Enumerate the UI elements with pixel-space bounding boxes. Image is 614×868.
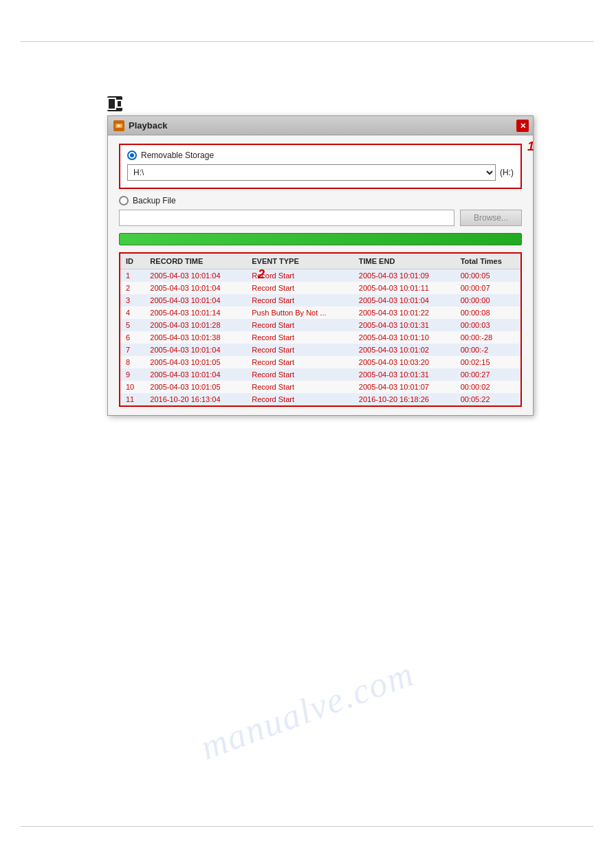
cell-total-times: 00:00:27 <box>455 368 520 381</box>
cell-event-type: Record Start <box>246 393 353 405</box>
cell-time-end: 2005-04-03 10:01:09 <box>353 269 455 282</box>
cell-id: 8 <box>120 356 144 368</box>
table-row[interactable]: 72005-04-03 10:01:04Record Start2005-04-… <box>120 344 520 356</box>
top-divider <box>21 41 593 42</box>
cell-total-times: 00:00:07 <box>455 282 520 294</box>
cell-record-time: 2005-04-03 10:01:38 <box>144 331 246 344</box>
close-button[interactable]: ✕ <box>516 120 529 132</box>
cell-event-type: Record Start <box>246 294 353 307</box>
annotation-2: 2 <box>258 267 265 282</box>
removable-storage-row[interactable]: Removable Storage <box>127 151 514 160</box>
cell-id: 5 <box>120 319 144 331</box>
cell-event-type: Record Start <box>246 331 353 344</box>
table-row[interactable]: 102005-04-03 10:01:05Record Start2005-04… <box>120 381 520 393</box>
cell-event-type: Record Start <box>246 356 353 368</box>
table-row[interactable]: 112016-10-20 16:13:04Record Start2016-10… <box>120 393 520 405</box>
cell-id: 7 <box>120 344 144 356</box>
table-row[interactable]: 62005-04-03 10:01:38Record Start2005-04-… <box>120 331 520 344</box>
table-row[interactable]: 12005-04-03 10:01:04Record Start2005-04-… <box>120 269 520 282</box>
cell-total-times: 00:00:08 <box>455 307 520 319</box>
table-header-row: ID RECORD TIME EVENT TYPE TIME END Total… <box>120 254 520 269</box>
cell-event-type: Record Start <box>246 319 353 331</box>
cell-total-times: 00:05:22 <box>455 393 520 405</box>
cell-record-time: 2005-04-03 10:01:04 <box>144 282 246 294</box>
window-content: 1 Removable Storage H:\ (H:) Backup File <box>108 135 533 415</box>
cell-event-type: Record Start <box>246 368 353 381</box>
cell-record-time: 2005-04-03 10:01:28 <box>144 319 246 331</box>
table-row[interactable]: 52005-04-03 10:01:28Record Start2005-04-… <box>120 319 520 331</box>
removable-storage-label: Removable Storage <box>141 151 214 160</box>
backup-file-radio[interactable] <box>119 196 129 205</box>
table-row[interactable]: 22005-04-03 10:01:04Record Start2005-04-… <box>120 282 520 294</box>
removable-storage-radio[interactable] <box>127 151 137 160</box>
cell-event-type: Record Start <box>246 344 353 356</box>
cell-id: 3 <box>120 294 144 307</box>
drive-select[interactable]: H:\ <box>127 164 496 181</box>
backup-path-input[interactable] <box>119 210 454 226</box>
cell-record-time: 2005-04-03 10:01:05 <box>144 356 246 368</box>
backup-input-row: Browse... <box>119 210 522 226</box>
cell-id: 11 <box>120 393 144 405</box>
cell-record-time: 2005-04-03 10:01:04 <box>144 368 246 381</box>
col-total-times: Total Times <box>455 254 520 269</box>
cell-event-type: Record Start <box>246 381 353 393</box>
cell-time-end: 2005-04-03 10:01:31 <box>353 368 455 381</box>
cell-id: 10 <box>120 381 144 393</box>
cell-total-times: 00:00:-28 <box>455 331 520 344</box>
film-icon <box>107 96 122 111</box>
cell-time-end: 2005-04-03 10:01:22 <box>353 307 455 319</box>
cell-record-time: 2005-04-03 10:01:14 <box>144 307 246 319</box>
backup-section: Backup File Browse... <box>119 196 522 226</box>
cell-record-time: 2005-04-03 10:01:04 <box>144 294 246 307</box>
progress-bar <box>119 233 522 245</box>
cell-total-times: 00:00:05 <box>455 269 520 282</box>
cell-total-times: 00:00:02 <box>455 381 520 393</box>
annotation-1: 1 <box>527 140 534 154</box>
cell-time-end: 2005-04-03 10:01:11 <box>353 282 455 294</box>
backup-file-label: Backup File <box>133 196 176 205</box>
cell-total-times: 00:00:03 <box>455 319 520 331</box>
watermark: manualve.com <box>195 653 419 768</box>
cell-record-time: 2005-04-03 10:01:04 <box>144 344 246 356</box>
cell-id: 2 <box>120 282 144 294</box>
cell-record-time: 2005-04-03 10:01:05 <box>144 381 246 393</box>
browse-button[interactable]: Browse... <box>460 210 522 226</box>
col-record-time: RECORD TIME <box>144 254 246 269</box>
playback-window: Playback ✕ 1 Removable Storage H:\ (H:) <box>107 115 534 416</box>
cell-event-type: Push Button By Not ... <box>246 307 353 319</box>
table-row[interactable]: 32005-04-03 10:01:04Record Start2005-04-… <box>120 294 520 307</box>
table-row[interactable]: 82005-04-03 10:01:05Record Start2005-04-… <box>120 356 520 368</box>
backup-file-row[interactable]: Backup File <box>119 196 522 205</box>
title-bar: Playback ✕ <box>108 116 533 135</box>
cell-time-end: 2016-10-20 16:18:26 <box>353 393 455 405</box>
cell-time-end: 2005-04-03 10:01:10 <box>353 331 455 344</box>
cell-total-times: 00:00:00 <box>455 294 520 307</box>
cell-id: 1 <box>120 269 144 282</box>
cell-id: 6 <box>120 331 144 344</box>
cell-event-type: Record Start <box>246 282 353 294</box>
cell-time-end: 2005-04-03 10:01:04 <box>353 294 455 307</box>
cell-time-end: 2005-04-03 10:01:31 <box>353 319 455 331</box>
col-time-end: TIME END <box>353 254 455 269</box>
cell-record-time: 2016-10-20 16:13:04 <box>144 393 246 405</box>
cell-record-time: 2005-04-03 10:01:04 <box>144 269 246 282</box>
bottom-divider <box>21 826 593 827</box>
cell-total-times: 00:02:15 <box>455 356 520 368</box>
table-row[interactable]: 92005-04-03 10:01:04Record Start2005-04-… <box>120 368 520 381</box>
cell-time-end: 2005-04-03 10:01:02 <box>353 344 455 356</box>
table-row[interactable]: 42005-04-03 10:01:14Push Button By Not .… <box>120 307 520 319</box>
cell-time-end: 2005-04-03 10:01:07 <box>353 381 455 393</box>
col-id: ID <box>120 254 144 269</box>
records-table-wrapper: 2 ID RECORD TIME EVENT TYPE TIME END Tot… <box>119 252 522 407</box>
cell-id: 4 <box>120 307 144 319</box>
drive-label: (H:) <box>500 168 514 177</box>
page-container: Playback ✕ 1 Removable Storage H:\ (H:) <box>0 0 614 868</box>
window-title: Playback <box>129 120 527 131</box>
records-table: ID RECORD TIME EVENT TYPE TIME END Total… <box>120 254 520 405</box>
cell-id: 9 <box>120 368 144 381</box>
storage-section: 1 Removable Storage H:\ (H:) <box>119 144 522 189</box>
drive-row: H:\ (H:) <box>127 164 514 181</box>
cell-total-times: 00:00:-2 <box>455 344 520 356</box>
cell-time-end: 2005-04-03 10:03:20 <box>353 356 455 368</box>
app-icon <box>113 120 124 131</box>
